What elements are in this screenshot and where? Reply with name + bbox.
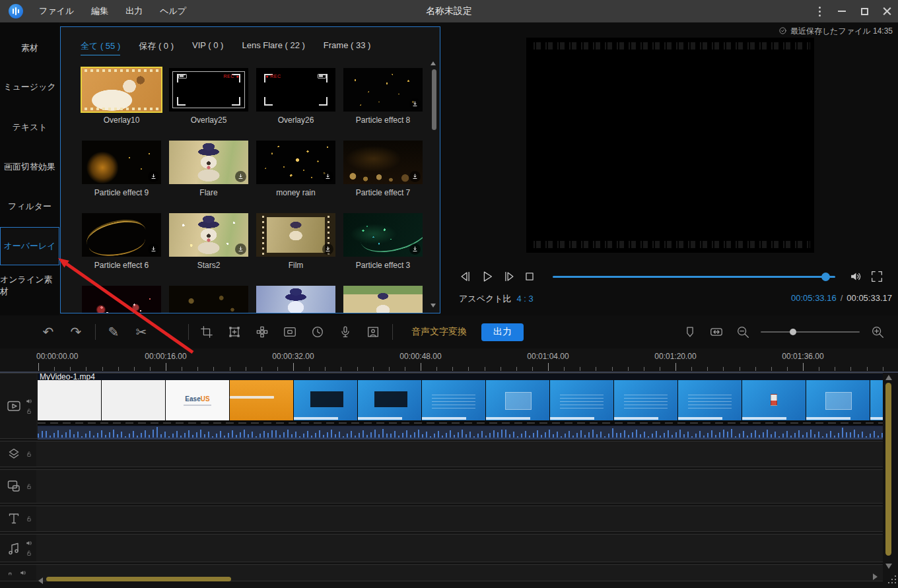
menu-3[interactable]: ヘルプ [160, 5, 186, 17]
library-scroll-up-icon[interactable] [431, 61, 436, 65]
text-track[interactable] [0, 506, 883, 532]
redo-button[interactable]: ↷ [67, 323, 85, 341]
overlay-thumbnail[interactable] [82, 68, 161, 112]
overlay-item-particle-effect-3[interactable]: Particle effect 3 [343, 213, 423, 270]
lock-open-icon[interactable] [25, 450, 33, 458]
zoom-select-button[interactable] [226, 323, 243, 341]
menu-1[interactable]: 編集 [91, 5, 108, 17]
lock-open-icon[interactable] [25, 407, 33, 415]
timeline-scroll-down-icon[interactable] [885, 564, 892, 569]
overlay-item-particle-effect-6[interactable]: Particle effect 6 [82, 213, 161, 270]
overlay-thumbnail[interactable] [169, 213, 248, 257]
overlay-item-film[interactable]: Film [256, 213, 335, 270]
overlay-item[interactable] [256, 286, 335, 313]
overlay-item-particle-effect-9[interactable]: Particle effect 9 [82, 141, 161, 197]
overlay-item-particle-effect-8[interactable]: Particle effect 8 [343, 68, 423, 125]
overlay-item-money-rain[interactable]: money rain [256, 141, 335, 197]
speaker-icon[interactable] [19, 569, 27, 577]
library-tab-3[interactable]: Lens Flare ( 22 ) [242, 40, 304, 55]
lock-open-icon[interactable] [25, 549, 33, 557]
library-tab-1[interactable]: 保存 ( 0 ) [139, 40, 174, 55]
library-scroll-down-icon[interactable] [431, 304, 436, 308]
timeline-ruler[interactable]: 00:00:00.0000:00:16.0000:00:32.0000:00:4… [0, 348, 898, 373]
undo-button[interactable]: ↶ [40, 323, 57, 341]
overlay-item-particle-effect-7[interactable]: Particle effect 7 [343, 141, 423, 197]
speech-to-text-button[interactable]: 音声文字変換 [411, 326, 467, 338]
timeline-zoom-slider[interactable] [761, 331, 860, 333]
menu-0[interactable]: ファイル [39, 5, 74, 17]
overlay-item-overlay26[interactable]: ● RECOverlay26 [256, 68, 335, 125]
sidebar-item-material[interactable]: 素材 [0, 29, 59, 67]
timeline-horizontal-scrollbar[interactable] [46, 577, 231, 581]
fullscreen-button[interactable] [868, 268, 885, 285]
overlay-thumbnail[interactable] [169, 286, 248, 313]
maximize-button[interactable] [853, 0, 876, 22]
sidebar-item-transitions[interactable]: 画面切替効果 [0, 148, 59, 186]
overlay-thumbnail[interactable] [256, 141, 335, 184]
overlay-item-flare[interactable]: Flare [169, 141, 248, 197]
delete-button[interactable]: undefined [160, 323, 178, 341]
overlay-item[interactable] [82, 286, 161, 313]
zoom-in-button[interactable] [869, 323, 886, 341]
playback-progress-knob[interactable] [821, 273, 830, 281]
overlay-thumbnail[interactable] [256, 286, 335, 313]
picture-in-picture-button[interactable] [281, 323, 298, 341]
sidebar-item-text[interactable]: テキスト [0, 108, 59, 147]
overlay-item-overlay10[interactable]: Overlay10 [82, 68, 161, 125]
mosaic-button[interactable] [254, 323, 271, 341]
edit-button[interactable]: ✎ [105, 323, 122, 341]
more-menu-button[interactable] [808, 0, 831, 22]
overlay-item-overlay25[interactable]: REC ●Overlay25 [169, 68, 248, 125]
sidebar-item-music[interactable]: ミュージック [0, 68, 59, 106]
marker-button[interactable] [681, 323, 699, 341]
pip-track[interactable] [0, 469, 883, 504]
overlay-thumbnail[interactable] [343, 68, 423, 112]
minimize-button[interactable] [831, 0, 853, 22]
overlay-item[interactable] [169, 286, 248, 313]
overlay-thumbnail[interactable] [82, 141, 161, 184]
sidebar-item-overlays[interactable]: オーバーレイ [0, 227, 59, 265]
export-button[interactable]: 出力 [481, 323, 524, 341]
sidebar-item-filters[interactable]: フィルター [0, 187, 59, 226]
voiceover-button[interactable] [337, 323, 354, 341]
overlay-thumbnail[interactable] [343, 141, 423, 184]
overlay-item-stars2[interactable]: Stars2 [169, 213, 248, 270]
timeline-vertical-scrollbar[interactable] [885, 383, 891, 556]
overlay-item[interactable] [343, 286, 423, 313]
overlay-thumbnail[interactable]: ● REC [256, 68, 335, 112]
stop-button[interactable] [521, 268, 538, 285]
overlay-thumbnail[interactable] [82, 213, 161, 257]
overlay-thumbnail[interactable] [169, 141, 248, 184]
speaker-icon[interactable] [25, 539, 33, 547]
music-track[interactable] [0, 534, 883, 562]
cut-button[interactable]: ✂ [133, 323, 150, 341]
library-tab-2[interactable]: VIP ( 0 ) [192, 40, 223, 55]
library-scrollbar[interactable] [432, 69, 436, 130]
overlay-thumbnail[interactable] [256, 213, 335, 257]
play-button[interactable] [479, 268, 496, 285]
overlay-thumbnail[interactable]: REC ● [169, 68, 248, 112]
prev-frame-button[interactable] [458, 268, 475, 285]
resize-grip-icon[interactable] [886, 574, 897, 585]
video-track[interactable]: MyVideo-1.mp4EaseUS [0, 373, 883, 439]
crop-button[interactable] [198, 323, 215, 341]
playback-progress-bar[interactable] [553, 276, 835, 278]
lock-open-icon[interactable] [25, 482, 33, 490]
menu-2[interactable]: 出力 [125, 5, 143, 17]
lock-open-icon[interactable] [25, 515, 33, 523]
aspect-ratio-value[interactable]: 4 : 3 [517, 294, 534, 304]
zoom-out-button[interactable] [734, 323, 751, 341]
freeze-frame-button[interactable] [364, 323, 382, 341]
speaker-button[interactable] [847, 268, 864, 285]
timeline-scroll-up-icon[interactable] [885, 375, 892, 380]
overlay-thumbnail[interactable] [343, 213, 423, 257]
video-clip[interactable]: MyVideo-1.mp4EaseUS [38, 374, 883, 440]
overlay-thumbnail[interactable] [343, 286, 423, 313]
library-tab-4[interactable]: Frame ( 33 ) [324, 40, 371, 55]
overlay-track[interactable] [0, 441, 883, 467]
duration-button[interactable] [309, 323, 326, 341]
library-tab-0[interactable]: 全て ( 55 ) [81, 40, 120, 55]
close-button[interactable] [876, 0, 898, 22]
timeline-scroll-left-icon[interactable] [38, 577, 43, 584]
sidebar-item-online[interactable]: オンライン素材 [0, 267, 59, 305]
